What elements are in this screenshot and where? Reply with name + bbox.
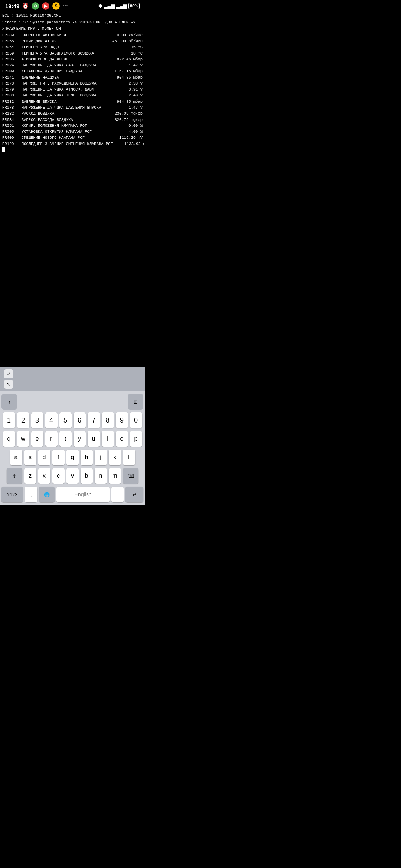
key-7[interactable]: 7 <box>88 412 100 428</box>
terminal-row: PR055РЕЖИМ ДВИГАТЕЛЯ1461.00 об/мин <box>2 38 143 44</box>
key-6[interactable]: 6 <box>74 412 86 428</box>
row-value: 820.79 mg/cp <box>109 117 143 123</box>
key-5[interactable]: 5 <box>59 412 72 428</box>
expand-button[interactable]: ⤢ <box>4 369 13 378</box>
key-w[interactable]: w <box>17 431 29 447</box>
terminal-row: PR089СКОРОСТИ АВТОМОБИЛЯ0.00 км/час <box>2 32 143 38</box>
key-e[interactable]: e <box>31 431 43 447</box>
key-0[interactable]: 0 <box>130 412 142 428</box>
key-j[interactable]: j <box>95 450 107 465</box>
row-code: PR129 <box>2 141 20 147</box>
terminal-row: PR132РАСХОД ВОЗДУХА230.09 mg/cp <box>2 111 143 116</box>
key-2[interactable]: 2 <box>17 412 29 428</box>
key-b[interactable]: b <box>81 468 93 484</box>
space-key[interactable]: English <box>56 487 110 502</box>
row-label: ТЕМПЕРАТУРА ВОДЫ <box>20 44 109 50</box>
dot-key[interactable]: . <box>111 487 124 502</box>
key-i[interactable]: i <box>102 431 114 447</box>
expand-icon: ⤢ <box>7 371 10 377</box>
key-3[interactable]: 3 <box>31 412 43 428</box>
key-t[interactable]: t <box>59 431 72 447</box>
terminal-rows: PR089СКОРОСТИ АВТОМОБИЛЯ0.00 км/часPR055… <box>2 32 143 147</box>
terminal-row: PR035АТМОСФЕРНОЕ ДАВЛЕНИЕ972.46 мбар <box>2 56 143 62</box>
key-s[interactable]: s <box>24 450 36 465</box>
key-p[interactable]: p <box>130 431 142 447</box>
location-icon: ⊙ <box>32 2 39 10</box>
key-k[interactable]: k <box>109 450 121 465</box>
key-n[interactable]: n <box>95 468 107 484</box>
video-icon: ▶ <box>42 2 49 10</box>
key-q[interactable]: q <box>3 431 15 447</box>
row-value: 972.46 мбар <box>109 56 143 62</box>
key-r[interactable]: r <box>45 431 58 447</box>
row-label: РАСХОД ВОЗДУХА <box>20 111 109 116</box>
key-g[interactable]: g <box>66 450 79 465</box>
sym-key[interactable]: ?123 <box>1 487 23 502</box>
row-code: PR005 <box>2 129 20 135</box>
terminal-row: PR634ЗАПРОС РАСХОДА ВОЗДУХА820.79 mg/cp <box>2 117 143 123</box>
key-u[interactable]: u <box>88 431 100 447</box>
key-c[interactable]: c <box>52 468 65 484</box>
empty-terminal-area <box>0 160 145 367</box>
row-code: PR078 <box>2 105 20 111</box>
row-label: НАПРЯЖЕНИЕ ДАТЧИКА ТЕМП. ВОЗДУХА <box>20 92 109 98</box>
zxcv-row: ⇧zxcvbnm⌫ <box>1 468 143 484</box>
row-value: 3.91 V <box>109 86 143 92</box>
row-code: PR073 <box>2 80 20 86</box>
row-label: АТМОСФЕРНОЕ ДАВЛЕНИЕ <box>20 56 109 62</box>
shift-key[interactable]: ⇧ <box>7 468 22 484</box>
key-8[interactable]: 8 <box>102 412 114 428</box>
more-icon: ··· <box>63 3 68 9</box>
row-code: PR224 <box>2 62 20 68</box>
ecu-header: ECU : 10511 FG0110436.XML <box>2 13 143 19</box>
expand2-button[interactable]: ⤡ <box>4 380 13 389</box>
row-code: PR089 <box>2 32 20 38</box>
row-code: PR051 <box>2 123 20 129</box>
key-m[interactable]: m <box>109 468 121 484</box>
battery-indicator: 86% <box>128 3 140 9</box>
expand2-icon: ⤡ <box>7 382 10 387</box>
row-label: ДАВЛЕНИЕ ВПУСКА <box>20 99 109 105</box>
row-label: ПОСЛЕДНЕЕ ЗНАЧЕНИЕ СМЕЩЕНИЯ КЛАПАНА РОГ <box>20 141 114 147</box>
key-d[interactable]: d <box>38 450 50 465</box>
row-label: НАПРЯЖЕНИЕ ДАТЧИКА АТМОСФ. ДАВЛ. <box>20 86 109 92</box>
status-bar: 19:49 ⏰ ⊙ ▶ $ ··· ✱ ▂▄▆ ▂▄▆ 86% <box>0 0 145 11</box>
back-button[interactable]: ‹ <box>1 394 17 410</box>
globe-key[interactable]: 🌐 <box>39 487 55 502</box>
key-9[interactable]: 9 <box>116 412 128 428</box>
resize-button[interactable]: ⊡ <box>128 394 143 410</box>
signal1-icon: ▂▄▆ <box>104 3 115 9</box>
row-value: 904.85 мбар <box>109 75 143 80</box>
row-label: СКОРОСТИ АВТОМОБИЛЯ <box>20 32 109 38</box>
key-a[interactable]: a <box>10 450 22 465</box>
comma-key[interactable]: , <box>25 487 37 502</box>
key-x[interactable]: x <box>38 468 50 484</box>
terminal-row: PR032ДАВЛЕНИЕ ВПУСКА904.85 мбар <box>2 99 143 105</box>
resize-icon: ⊡ <box>134 398 137 405</box>
terminal-row: PR073НАПРЯЖ. ПИТ. РАСХОДОМЕРА ВОЗДУХА2.3… <box>2 80 143 86</box>
cursor-line <box>2 147 143 153</box>
row-value: 1133.92 mV <box>114 141 145 147</box>
terminal-row: PR005УСТАНОВКА ОТКРЫТИЯ КЛАПАНА РОГ-4.00… <box>2 129 143 135</box>
backspace-key[interactable]: ⌫ <box>123 468 138 484</box>
key-h[interactable]: h <box>81 450 93 465</box>
key-4[interactable]: 4 <box>45 412 58 428</box>
terminal-row: PR079НАПРЯЖЕНИЕ ДАТЧИКА АТМОСФ. ДАВЛ.3.9… <box>2 86 143 92</box>
num-row: 1234567890 <box>1 412 143 428</box>
row-label: ТЕМПЕРАТУРА ЗАБИРАЕМОГО ВОЗДУХА <box>20 50 109 56</box>
asdf-row: asdfghjkl <box>1 450 143 465</box>
enter-key[interactable]: ↵ <box>125 487 143 502</box>
row-label: НАПРЯЖ. ПИТ. РАСХОДОМЕРА ВОЗДУХА <box>20 80 109 86</box>
row-code: PR009 <box>2 68 20 74</box>
row-code: PR079 <box>2 86 20 92</box>
key-l[interactable]: l <box>123 450 135 465</box>
key-1[interactable]: 1 <box>3 412 15 428</box>
key-y[interactable]: y <box>74 431 86 447</box>
key-z[interactable]: z <box>24 468 36 484</box>
key-o[interactable]: o <box>116 431 128 447</box>
key-v[interactable]: v <box>66 468 79 484</box>
key-f[interactable]: f <box>52 450 65 465</box>
row-label: СМЕЩЕНИЕ НОВОГО КЛАПАНА РОГ <box>20 135 109 141</box>
row-value: 2.40 V <box>109 92 143 98</box>
row-value: 1461.00 об/мин <box>109 38 143 44</box>
